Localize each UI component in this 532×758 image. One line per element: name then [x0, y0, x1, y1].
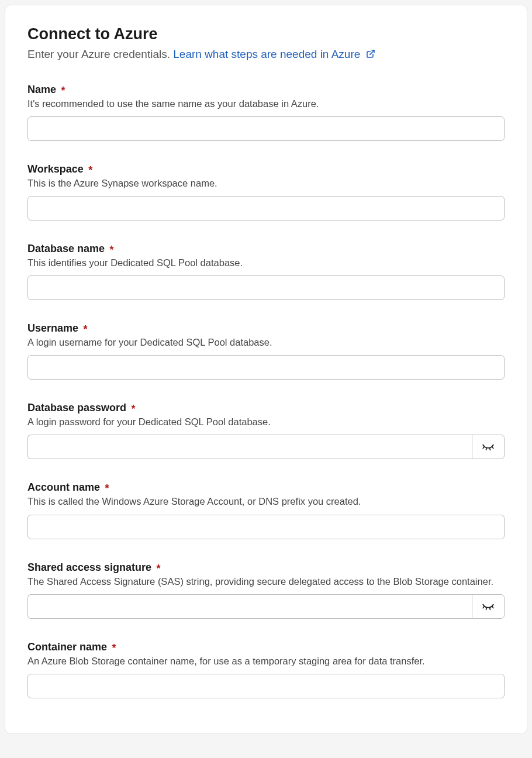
svg-line-6 [486, 608, 487, 609]
learn-more-link[interactable]: Learn what steps are needed in Azure [173, 48, 375, 60]
workspace-input[interactable] [27, 196, 505, 220]
page-title: Connect to Azure [27, 25, 505, 43]
svg-line-7 [490, 608, 490, 609]
svg-line-8 [492, 607, 493, 608]
field-account-name: Account name * This is called the Window… [27, 481, 505, 539]
field-database-password: Database password * A login password for… [27, 402, 505, 459]
field-username: Username * A login username for your Ded… [27, 322, 505, 380]
reveal-sas-button[interactable] [472, 594, 505, 619]
help-shared-access-signature: The Shared Access Signature (SAS) string… [27, 575, 505, 588]
learn-more-link-text: Learn what steps are needed in Azure [173, 48, 360, 60]
label-workspace: Workspace [27, 163, 84, 175]
required-asterisk: * [105, 483, 109, 494]
label-database-name: Database name [27, 243, 105, 255]
connect-azure-card: Connect to Azure Enter your Azure creden… [5, 5, 527, 734]
label-container-name: Container name [27, 641, 107, 653]
svg-line-2 [486, 449, 487, 450]
required-asterisk: * [157, 563, 161, 574]
eye-closed-icon [482, 443, 495, 451]
label-database-password: Database password [27, 402, 126, 414]
sas-input-group [27, 594, 505, 619]
shared-access-signature-input[interactable] [27, 594, 472, 619]
required-asterisk: * [61, 85, 65, 97]
password-input-group [27, 435, 505, 459]
label-name: Name [27, 84, 56, 96]
label-shared-access-signature: Shared access signature [27, 561, 151, 574]
required-asterisk: * [88, 164, 92, 176]
required-asterisk: * [110, 244, 114, 256]
label-username: Username [27, 322, 78, 335]
help-username: A login username for your Dedicated SQL … [27, 336, 505, 349]
help-workspace: This is the Azure Synapse workspace name… [27, 177, 505, 190]
label-account-name: Account name [27, 481, 100, 494]
database-name-input[interactable] [27, 275, 505, 300]
help-database-password: A login password for your Dedicated SQL … [27, 415, 505, 429]
field-database-name: Database name * This identifies your Ded… [27, 243, 505, 300]
external-link-icon [366, 49, 375, 61]
field-workspace: Workspace * This is the Azure Synapse wo… [27, 163, 505, 220]
required-asterisk: * [84, 323, 88, 335]
required-asterisk: * [112, 642, 116, 654]
reveal-password-button[interactable] [472, 435, 505, 459]
svg-line-0 [369, 50, 374, 54]
svg-line-5 [483, 607, 484, 608]
help-account-name: This is called the Windows Azure Storage… [27, 495, 505, 508]
required-asterisk: * [132, 403, 136, 415]
name-input[interactable] [27, 116, 505, 141]
field-name: Name * It's recommended to use the same … [27, 84, 505, 141]
help-database-name: This identifies your Dedicated SQL Pool … [27, 256, 505, 270]
database-password-input[interactable] [27, 435, 472, 459]
svg-line-1 [483, 447, 484, 449]
subtitle-text: Enter your Azure credentials. [27, 48, 170, 60]
help-container-name: An Azure Blob Storage container name, fo… [27, 654, 505, 668]
account-name-input[interactable] [27, 515, 505, 539]
help-name: It's recommended to use the same name as… [27, 97, 505, 111]
eye-closed-icon [482, 602, 495, 611]
field-shared-access-signature: Shared access signature * The Shared Acc… [27, 561, 505, 619]
svg-line-3 [490, 449, 490, 450]
username-input[interactable] [27, 355, 505, 380]
svg-line-4 [492, 447, 493, 449]
page-subtitle: Enter your Azure credentials. Learn what… [27, 48, 505, 61]
field-container-name: Container name * An Azure Blob Storage c… [27, 641, 505, 698]
container-name-input[interactable] [27, 674, 505, 698]
